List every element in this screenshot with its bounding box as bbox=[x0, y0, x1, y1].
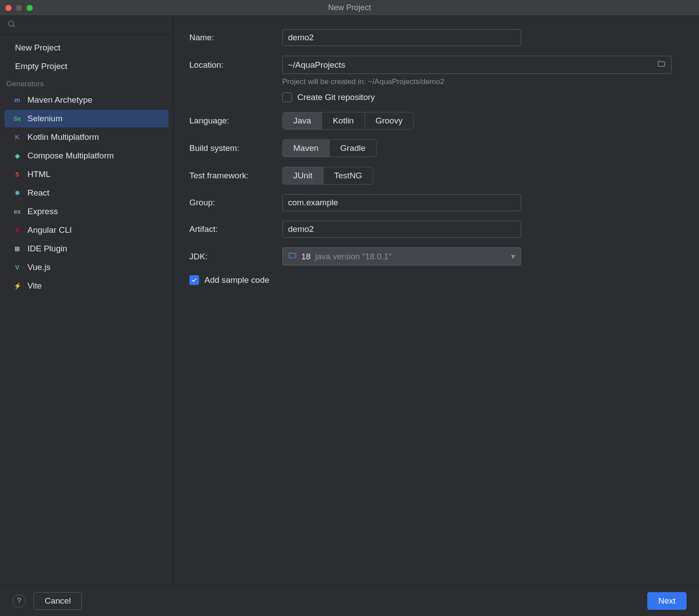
sidebar-generator-label: Kotlin Multiplatform bbox=[27, 132, 99, 142]
main-form: Name: Location: ~/AquaProjects Project w… bbox=[173, 16, 699, 585]
sidebar-generator-label: Express bbox=[27, 207, 58, 216]
git-checkbox-label: Create Git repository bbox=[297, 92, 375, 102]
maven-icon: m bbox=[12, 95, 22, 105]
sidebar-item-label: New Project bbox=[15, 43, 60, 53]
sidebar-item-label: Empty Project bbox=[15, 62, 67, 71]
sidebar: New Project Empty Project Generators mMa… bbox=[0, 16, 173, 585]
language-option-kotlin[interactable]: Kotlin bbox=[322, 112, 365, 129]
svg-line-1 bbox=[13, 26, 15, 27]
build-system-option-gradle[interactable]: Gradle bbox=[330, 140, 376, 157]
sidebar-item-empty-project[interactable]: Empty Project bbox=[4, 58, 169, 75]
sidebar-item-new-project[interactable]: New Project bbox=[4, 39, 169, 57]
react-icon: ⚛ bbox=[12, 188, 22, 198]
sidebar-generator-label: React bbox=[27, 188, 50, 198]
minimize-window-button[interactable] bbox=[16, 5, 22, 11]
artifact-label: Artifact: bbox=[189, 224, 282, 234]
artifact-field[interactable] bbox=[282, 221, 521, 238]
sidebar-generator-label: IDE Plugin bbox=[27, 244, 67, 254]
language-option-java[interactable]: Java bbox=[283, 112, 322, 129]
express-icon: ex bbox=[12, 207, 22, 216]
sidebar-generator-express[interactable]: exExpress bbox=[4, 203, 169, 220]
angular-icon: A bbox=[12, 225, 22, 235]
svg-point-0 bbox=[8, 21, 14, 26]
sidebar-generator-react[interactable]: ⚛React bbox=[4, 184, 169, 202]
selenium-icon: Se bbox=[12, 114, 22, 123]
jdk-dropdown[interactable]: 18 java version "18.0.1" ▾ bbox=[282, 247, 521, 266]
chevron-down-icon: ▾ bbox=[511, 251, 515, 262]
sidebar-generator-label: Maven Archetype bbox=[27, 95, 92, 105]
build-system-label: Build system: bbox=[189, 143, 282, 153]
generators-section-label: Generators bbox=[0, 76, 173, 90]
group-field[interactable] bbox=[282, 194, 521, 211]
test-framework-option-testng[interactable]: TestNG bbox=[323, 167, 373, 184]
sidebar-generator-vite[interactable]: ⚡Vite bbox=[4, 277, 169, 295]
maximize-window-button[interactable] bbox=[27, 5, 33, 11]
sidebar-generator-vue-js[interactable]: VVue.js bbox=[4, 258, 169, 276]
sidebar-generator-label: Compose Multiplatform bbox=[27, 151, 114, 161]
test-framework-label: Test framework: bbox=[189, 171, 282, 181]
sample-code-checkbox-label: Add sample code bbox=[204, 275, 269, 285]
ide-plugin-icon: ⊞ bbox=[12, 244, 22, 254]
help-button[interactable]: ? bbox=[12, 594, 26, 608]
compose-icon: ◆ bbox=[12, 151, 22, 161]
name-field[interactable] bbox=[282, 29, 521, 46]
jdk-folder-icon bbox=[288, 251, 297, 262]
search-icon[interactable] bbox=[7, 22, 16, 30]
close-window-button[interactable] bbox=[5, 5, 12, 11]
cancel-button[interactable]: Cancel bbox=[34, 592, 82, 610]
sample-code-checkbox[interactable] bbox=[189, 275, 199, 285]
search-row bbox=[0, 16, 173, 35]
vue-icon: V bbox=[12, 262, 22, 272]
next-button[interactable]: Next bbox=[647, 592, 687, 610]
titlebar: New Project bbox=[0, 0, 699, 16]
test-framework-segment-group: JUnitTestNG bbox=[282, 167, 373, 185]
build-system-segment-group: MavenGradle bbox=[282, 139, 376, 157]
sidebar-generator-kotlin-multiplatform[interactable]: KKotlin Multiplatform bbox=[4, 128, 169, 146]
sidebar-generator-label: Selenium bbox=[27, 114, 62, 123]
sidebar-generator-label: Vite bbox=[27, 281, 42, 291]
location-hint: Project will be created in: ~/AquaProjec… bbox=[282, 77, 683, 86]
sidebar-generator-compose-multiplatform[interactable]: ◆Compose Multiplatform bbox=[4, 147, 169, 165]
sidebar-generator-selenium[interactable]: SeSelenium bbox=[4, 110, 169, 127]
git-checkbox[interactable] bbox=[282, 92, 292, 102]
build-system-option-maven[interactable]: Maven bbox=[283, 140, 330, 157]
group-label: Group: bbox=[189, 198, 282, 208]
folder-browse-icon[interactable] bbox=[657, 59, 666, 70]
language-option-groovy[interactable]: Groovy bbox=[365, 112, 413, 129]
sidebar-generator-angular-cli[interactable]: AAngular CLI bbox=[4, 221, 169, 239]
name-label: Name: bbox=[189, 33, 282, 42]
sidebar-generator-ide-plugin[interactable]: ⊞IDE Plugin bbox=[4, 240, 169, 258]
window-title: New Project bbox=[0, 3, 699, 12]
sidebar-generator-label: HTML bbox=[27, 169, 50, 179]
html-icon: 5 bbox=[12, 169, 22, 179]
test-framework-option-junit[interactable]: JUnit bbox=[283, 167, 323, 184]
jdk-value: 18 bbox=[301, 252, 311, 262]
footer: ? Cancel Next bbox=[0, 585, 699, 616]
project-type-list: New Project Empty Project Generators mMa… bbox=[0, 35, 173, 299]
language-label: Language: bbox=[189, 116, 282, 126]
jdk-version-text: java version "18.0.1" bbox=[315, 252, 392, 262]
language-segment-group: JavaKotlinGroovy bbox=[282, 112, 414, 130]
kotlin-icon: K bbox=[12, 132, 22, 142]
sidebar-generator-label: Vue.js bbox=[27, 262, 50, 272]
jdk-label: JDK: bbox=[189, 252, 282, 262]
location-field[interactable]: ~/AquaProjects bbox=[282, 56, 672, 74]
sidebar-generator-label: Angular CLI bbox=[27, 225, 72, 235]
sidebar-generator-maven-archetype[interactable]: mMaven Archetype bbox=[4, 91, 169, 109]
location-label: Location: bbox=[189, 60, 282, 70]
sidebar-generator-html[interactable]: 5HTML bbox=[4, 166, 169, 183]
vite-icon: ⚡ bbox=[12, 281, 22, 291]
